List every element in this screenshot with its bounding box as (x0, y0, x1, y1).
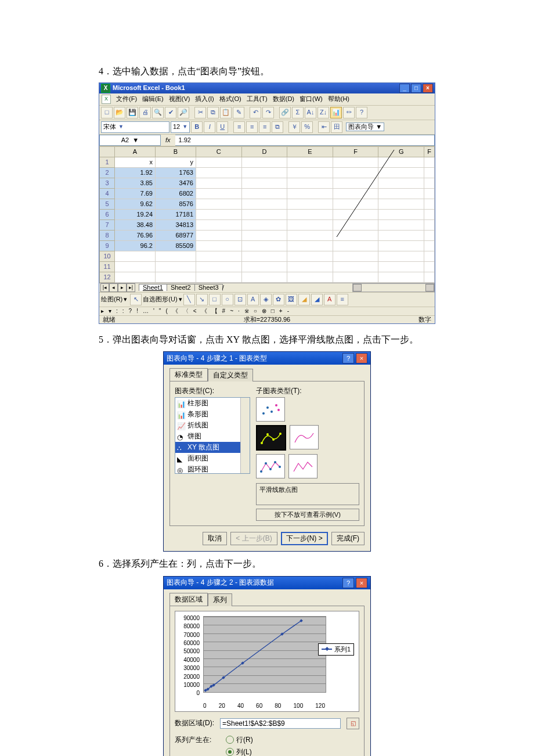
menu-data[interactable]: 数据(D) (271, 95, 296, 103)
cell[interactable]: 3.85 (115, 178, 156, 188)
finish-button[interactable]: 完成(F) (331, 532, 365, 545)
press-hold-button[interactable]: 按下不放可查看示例(V) (256, 509, 359, 521)
list-scrollbar[interactable] (240, 398, 250, 473)
rect-icon[interactable]: □ (209, 294, 221, 305)
arrow-icon[interactable]: ↘ (196, 294, 208, 305)
help-button[interactable]: ? (342, 578, 354, 588)
line-color-icon[interactable]: ◢ (311, 294, 323, 305)
menu-edit[interactable]: 编辑(E) (140, 95, 165, 103)
preview-icon[interactable]: 🔍 (152, 107, 164, 118)
tab-nav-first[interactable]: |◂ (100, 283, 109, 292)
print-icon[interactable]: 🖨 (139, 107, 151, 118)
cell[interactable]: 85509 (156, 240, 196, 251)
tab-nav-last[interactable]: ▸| (127, 283, 135, 292)
subtype-thumb[interactable] (288, 454, 317, 478)
copy-icon[interactable]: ⧉ (207, 107, 219, 118)
cell[interactable]: 38.48 (115, 219, 156, 230)
hyperlink-icon[interactable]: 🔗 (279, 107, 291, 118)
tab-series[interactable]: 系列 (208, 593, 232, 606)
tab-custom[interactable]: 自定义类型 (208, 369, 253, 381)
series-in-cols-radio[interactable]: 列(L) (226, 747, 253, 756)
align-right-icon[interactable]: ≡ (259, 121, 270, 133)
font-name-dropdown[interactable]: 宋体▼ (101, 121, 169, 133)
horizontal-scrollbar[interactable] (352, 283, 435, 292)
row-header[interactable]: 10 (100, 251, 115, 261)
subtype-thumb[interactable] (290, 425, 319, 449)
sheet-tab[interactable]: Sheet3 (194, 284, 223, 291)
row-header[interactable]: 5 (100, 199, 115, 209)
col-header[interactable]: F (424, 146, 435, 157)
cell[interactable]: x (115, 157, 156, 167)
chart-type-list[interactable]: 📊柱形图 📊条形图 📈折线图 ◔饼图 ∴XY 散点图 ◣面积图 ◎圆环图 ✶雷达… (175, 397, 250, 474)
font-color-icon[interactable]: A (324, 294, 335, 305)
subtype-thumb[interactable] (256, 454, 285, 478)
col-header[interactable]: D (241, 146, 287, 157)
picture-icon[interactable]: 🖼 (286, 294, 297, 305)
menu-view[interactable]: 视图(V) (167, 95, 192, 103)
font-size-dropdown[interactable]: 12▼ (171, 121, 190, 133)
row-header[interactable]: 2 (100, 167, 115, 178)
col-header[interactable]: G (378, 146, 424, 157)
select-icon[interactable]: ↖ (130, 294, 142, 305)
new-icon[interactable]: □ (101, 107, 113, 118)
close-button[interactable]: × (423, 84, 433, 93)
subtype-thumb-selected[interactable] (256, 425, 286, 451)
autosum-icon[interactable]: Σ (292, 107, 304, 118)
select-all-cell[interactable] (100, 146, 115, 157)
col-header[interactable]: A (115, 146, 156, 157)
cell[interactable]: y (156, 157, 196, 167)
close-button[interactable]: × (356, 353, 367, 363)
open-icon[interactable]: 📂 (114, 107, 125, 118)
row-header[interactable]: 11 (100, 261, 115, 272)
cell[interactable]: 6802 (156, 188, 196, 199)
percent-icon[interactable]: % (301, 121, 313, 133)
row-header[interactable]: 6 (100, 209, 115, 219)
cell[interactable]: 17181 (156, 209, 196, 219)
cell[interactable]: 3476 (156, 178, 196, 188)
help-button[interactable]: ? (342, 353, 354, 363)
cell[interactable]: 1.92 (115, 167, 156, 178)
menu-file[interactable]: 文件(F) (114, 95, 139, 103)
paste-icon[interactable]: 📋 (220, 107, 232, 118)
row-header[interactable]: 9 (100, 240, 115, 251)
col-header[interactable]: B (156, 146, 196, 157)
indent-icon[interactable]: ⇤ (318, 121, 330, 133)
lineweight-icon[interactable]: ≡ (337, 294, 348, 305)
series-in-rows-radio[interactable]: 行(R) (226, 735, 253, 745)
row-header[interactable]: 7 (100, 219, 115, 230)
col-header[interactable]: C (196, 146, 242, 157)
cancel-button[interactable]: 取消 (203, 532, 227, 545)
clipart-icon[interactable]: ✿ (273, 294, 284, 305)
sort-desc-icon[interactable]: Z↓ (317, 107, 329, 118)
sheet-tab[interactable]: Sheet1 (139, 284, 167, 291)
row-header[interactable]: 8 (100, 230, 115, 240)
cell[interactable]: 34813 (156, 219, 196, 230)
save-icon[interactable]: 💾 (127, 107, 138, 118)
range-picker-button[interactable]: ◱ (347, 718, 359, 729)
cell[interactable]: 68977 (156, 230, 196, 240)
research-icon[interactable]: 🔎 (178, 107, 189, 118)
menu-help[interactable]: 帮助(H) (326, 95, 351, 103)
bold-icon[interactable]: B (191, 121, 203, 133)
textbox-icon[interactable]: ⊡ (234, 294, 246, 305)
fx-label[interactable]: fx (161, 137, 175, 143)
sort-asc-icon[interactable]: A↓ (305, 107, 316, 118)
tab-data-range[interactable]: 数据区域 (169, 593, 208, 606)
cell[interactable]: 96.2 (115, 240, 156, 251)
merge-icon[interactable]: ⧉ (272, 121, 283, 133)
chart-wizard-icon[interactable]: 📊 (330, 107, 342, 118)
underline-icon[interactable]: U (217, 121, 228, 133)
sheet-tab[interactable]: Sheet2 (167, 284, 195, 291)
subtype-thumb[interactable] (256, 397, 285, 422)
worksheet[interactable]: A B C D E F G F 1 x y 21.921763 33.853 (99, 146, 435, 283)
cell[interactable]: 1763 (156, 167, 196, 178)
autoshapes-menu[interactable]: 自选图形(U) (143, 296, 177, 303)
menu-format[interactable]: 格式(O) (218, 95, 243, 103)
cell[interactable]: 7.69 (115, 188, 156, 199)
tab-nav-next[interactable]: ▸ (118, 283, 127, 292)
spell-icon[interactable]: ✔ (165, 107, 176, 118)
menu-tools[interactable]: 工具(T) (245, 95, 269, 103)
undo-icon[interactable]: ↶ (250, 107, 261, 118)
diagram-icon[interactable]: ◈ (260, 294, 272, 305)
drawing-icon[interactable]: ✏ (343, 107, 355, 118)
